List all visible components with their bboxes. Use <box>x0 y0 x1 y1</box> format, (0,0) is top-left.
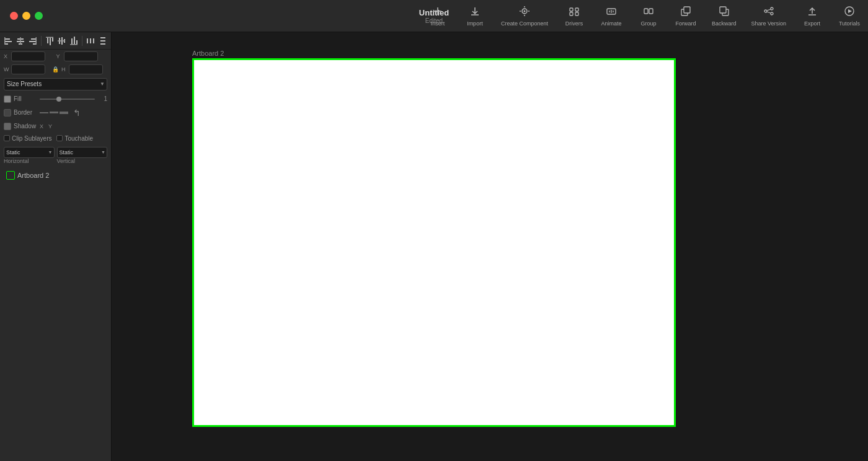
svg-rect-21 <box>684 7 690 13</box>
share-version-button[interactable]: Share Version <box>743 0 794 32</box>
tutorials-button[interactable]: Tutorials <box>831 0 868 32</box>
export-button[interactable]: Export <box>794 0 831 32</box>
export-label: Export <box>804 20 820 27</box>
fill-value: 1 <box>97 95 107 102</box>
fill-swatch[interactable] <box>4 95 11 103</box>
maximize-button[interactable] <box>35 12 43 20</box>
w-input[interactable] <box>11 64 45 74</box>
align-middle-v-button[interactable] <box>56 34 68 48</box>
size-presets-select[interactable]: Size Presets <box>4 78 107 90</box>
clip-sublayers-checkbox[interactable] <box>4 135 10 141</box>
fill-label: Fill <box>14 95 37 102</box>
svg-rect-23 <box>720 7 726 13</box>
distribute-h-button[interactable] <box>85 34 96 48</box>
border-lines <box>40 112 68 114</box>
tutorials-label: Tutorials <box>839 20 860 27</box>
window-controls <box>0 12 53 20</box>
vertical-scroll-col: Static Scroll ▼ Vertical <box>57 146 108 165</box>
border-thick[interactable] <box>60 112 68 114</box>
align-bottom-button[interactable] <box>68 34 79 48</box>
svg-rect-61 <box>100 40 105 42</box>
border-thin[interactable] <box>40 112 48 113</box>
svg-rect-58 <box>90 38 91 43</box>
shadow-label: Shadow <box>14 123 37 130</box>
align-top-button[interactable] <box>44 34 55 48</box>
export-icon <box>807 6 818 19</box>
shadow-y-label: Y <box>48 123 52 130</box>
drivers-icon <box>569 6 580 19</box>
close-button[interactable] <box>10 12 18 20</box>
artboard-label: Artboard 2 <box>192 50 224 57</box>
fill-slider-thumb <box>56 97 61 102</box>
border-swatch[interactable] <box>4 109 11 116</box>
svg-rect-34 <box>4 41 12 42</box>
group-button[interactable]: Group <box>630 0 667 32</box>
insert-icon <box>432 6 443 19</box>
vertical-label: Vertical <box>57 158 108 164</box>
backward-button[interactable]: Backward <box>704 0 744 32</box>
horizontal-scroll-select[interactable]: Static Scroll <box>4 147 55 158</box>
drivers-button[interactable]: Drivers <box>556 0 593 32</box>
horizontal-scroll-col: Static Scroll ▼ Horizontal <box>4 146 55 165</box>
create-component-button[interactable]: Create Component <box>494 0 556 32</box>
layer-list: Artboard 2 <box>0 167 111 184</box>
canvas-area: Artboard 2 <box>112 32 868 461</box>
insert-label: Insert <box>431 20 445 27</box>
svg-line-27 <box>767 9 771 11</box>
scroll-section: Static Scroll ▼ Horizontal Static Scroll… <box>0 144 111 167</box>
svg-point-24 <box>764 10 767 12</box>
svg-rect-12 <box>570 12 573 15</box>
shadow-swatch[interactable] <box>4 123 11 130</box>
list-item[interactable]: Artboard 2 <box>4 169 107 182</box>
w-field: W <box>4 64 50 74</box>
backward-icon <box>719 6 730 19</box>
backward-label: Backward <box>712 20 737 27</box>
fill-slider[interactable] <box>40 99 95 100</box>
align-center-h-button[interactable] <box>15 34 26 48</box>
svg-rect-45 <box>47 38 48 43</box>
wh-row: W 🔒 H <box>0 63 111 76</box>
artboard[interactable] <box>192 58 676 427</box>
svg-rect-53 <box>71 38 73 44</box>
forward-button[interactable]: Forward <box>667 0 704 32</box>
insert-button[interactable]: Insert <box>419 0 456 32</box>
horizontal-label: Horizontal <box>4 158 55 164</box>
size-presets-wrapper: Size Presets ▼ <box>4 77 107 90</box>
h-input[interactable] <box>69 64 103 74</box>
svg-rect-62 <box>100 43 105 45</box>
x-input[interactable] <box>11 51 45 61</box>
lock-icon[interactable]: 🔒 <box>51 66 60 72</box>
svg-rect-18 <box>644 9 648 14</box>
vertical-scroll-select[interactable]: Static Scroll <box>57 147 108 158</box>
svg-rect-40 <box>20 37 21 45</box>
svg-marker-32 <box>848 9 852 13</box>
vertical-scroll-wrapper: Static Scroll ▼ <box>57 146 108 158</box>
animate-label: Animate <box>601 20 621 27</box>
svg-rect-46 <box>50 38 51 45</box>
touchable-checkbox[interactable] <box>56 135 63 141</box>
import-button[interactable]: Import <box>456 0 494 32</box>
xy-row: X Y <box>0 50 111 63</box>
create-component-icon <box>519 6 530 19</box>
group-icon <box>643 6 654 19</box>
animate-icon <box>606 6 617 19</box>
svg-rect-54 <box>74 37 75 44</box>
minimize-button[interactable] <box>22 12 30 20</box>
toolbar-right: Insert Import <box>419 0 868 32</box>
align-right-button[interactable] <box>27 34 38 48</box>
svg-rect-56 <box>70 44 78 45</box>
clip-sublayers-item: Clip Sublayers <box>4 135 51 142</box>
group-label: Group <box>640 20 656 27</box>
align-left-button[interactable] <box>2 34 14 48</box>
distribute-v-button[interactable] <box>97 34 108 48</box>
horizontal-scroll-wrapper: Static Scroll ▼ <box>4 146 55 158</box>
y-input[interactable] <box>64 51 98 61</box>
share-version-label: Share Version <box>751 20 786 27</box>
border-medium[interactable] <box>50 112 58 113</box>
animate-button[interactable]: Animate <box>593 0 630 32</box>
artboard-icon <box>6 171 15 180</box>
svg-rect-42 <box>29 41 37 42</box>
fill-row: Fill 1 <box>0 92 111 106</box>
svg-line-28 <box>767 12 771 13</box>
import-label: Import <box>467 20 483 27</box>
